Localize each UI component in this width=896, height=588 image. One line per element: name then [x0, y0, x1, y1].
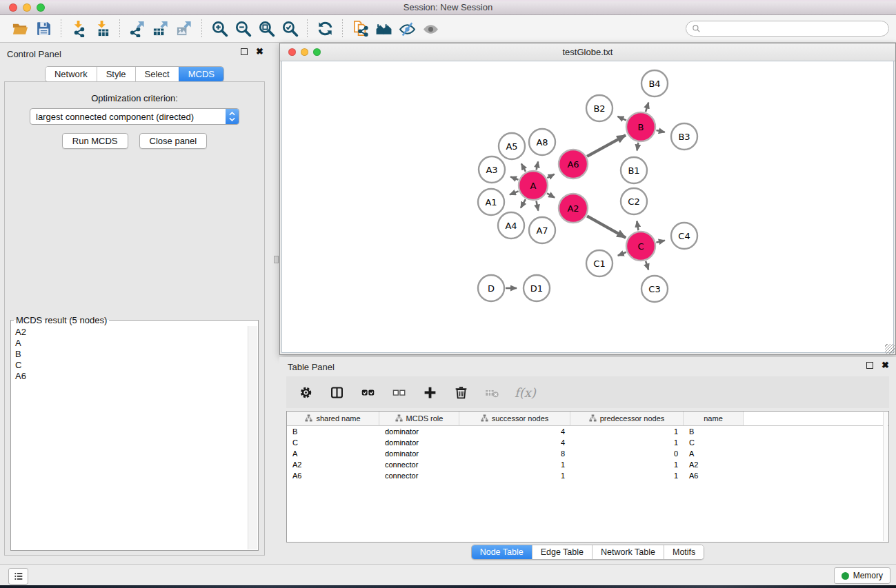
- task-history-button[interactable]: [8, 568, 28, 585]
- edge-C-C1[interactable]: [618, 252, 626, 256]
- table-cell[interactable]: 1: [570, 470, 684, 481]
- table-mode-button[interactable]: [297, 384, 314, 401]
- tab-network[interactable]: Network: [46, 67, 97, 81]
- zoom-in-button[interactable]: [208, 18, 231, 40]
- search-box[interactable]: [686, 21, 889, 37]
- graph-node-A4[interactable]: A4: [498, 212, 524, 239]
- new-network-from-selection-button[interactable]: [348, 18, 372, 40]
- graph-node-C1[interactable]: C1: [586, 250, 613, 276]
- table-cell[interactable]: connector: [379, 459, 459, 470]
- table-cell[interactable]: A6: [684, 470, 744, 481]
- close-panel-icon[interactable]: ✖: [256, 48, 263, 55]
- edge-B-B3[interactable]: [657, 130, 665, 132]
- graph-node-C2[interactable]: C2: [621, 188, 647, 214]
- edge-B-B4[interactable]: [646, 103, 648, 112]
- graph-node-B4[interactable]: B4: [641, 70, 668, 97]
- edge-A2-C[interactable]: [587, 216, 626, 238]
- column-header-mcds-role[interactable]: MCDS role: [379, 412, 459, 425]
- table-row[interactable]: Adominator80A: [287, 448, 888, 459]
- table-cell[interactable]: 1: [570, 426, 684, 437]
- table-row[interactable]: A2connector11A2: [287, 459, 888, 470]
- search-input[interactable]: [701, 24, 888, 34]
- result-item[interactable]: B: [12, 349, 248, 360]
- open-session-button[interactable]: [8, 18, 32, 40]
- show-graphics-details-button[interactable]: [419, 18, 442, 40]
- criterion-dropdown[interactable]: largest connected component (directed): [30, 108, 239, 125]
- zoom-selected-button[interactable]: [278, 18, 301, 40]
- graph-node-A6[interactable]: A6: [559, 150, 588, 179]
- zoom-fit-button[interactable]: [255, 18, 278, 40]
- graph-node-A3[interactable]: A3: [479, 156, 505, 183]
- edge-B-B1[interactable]: [637, 143, 639, 151]
- table-cell[interactable]: A: [684, 448, 744, 459]
- edge-A-A4[interactable]: [521, 199, 526, 208]
- table-cell[interactable]: A2: [287, 459, 379, 470]
- table-cell[interactable]: A6: [287, 470, 379, 481]
- edge-A6-B[interactable]: [587, 135, 626, 156]
- export-network-button[interactable]: [126, 18, 149, 40]
- table-cell[interactable]: 1: [459, 459, 570, 470]
- table-cell[interactable]: A: [287, 448, 379, 459]
- result-item[interactable]: A2: [12, 327, 248, 338]
- edge-A-A2[interactable]: [547, 193, 555, 197]
- deselect-all-rows-button[interactable]: [390, 384, 407, 401]
- import-table-button[interactable]: [90, 18, 114, 40]
- result-item[interactable]: C: [12, 360, 248, 371]
- table-cell[interactable]: 8: [459, 448, 570, 459]
- table-cell[interactable]: 0: [570, 448, 684, 459]
- show-columns-button[interactable]: [328, 384, 345, 401]
- tab-select[interactable]: Select: [135, 67, 179, 81]
- table-cell[interactable]: A2: [684, 459, 744, 470]
- network-navigator-button[interactable]: [372, 18, 395, 40]
- tab-edge-table[interactable]: Edge Table: [532, 545, 592, 559]
- tab-network-table[interactable]: Network Table: [592, 545, 664, 559]
- graph-node-A2[interactable]: A2: [559, 194, 588, 223]
- table-cell[interactable]: 4: [459, 437, 570, 448]
- graph-node-B1[interactable]: B1: [621, 157, 647, 183]
- table-cell[interactable]: dominator: [379, 426, 459, 437]
- table-cell[interactable]: 1: [570, 437, 684, 448]
- close-table-panel-icon[interactable]: ✖: [882, 362, 889, 369]
- table-cell[interactable]: connector: [379, 470, 459, 481]
- column-header-successor-nodes[interactable]: successor nodes: [459, 412, 570, 425]
- graph-node-D[interactable]: D: [478, 275, 504, 301]
- table-scrollbar[interactable]: [883, 412, 888, 541]
- create-column-button[interactable]: [421, 384, 438, 401]
- graph-node-B2[interactable]: B2: [586, 95, 613, 121]
- column-header-shared-name[interactable]: shared name: [287, 412, 379, 425]
- save-session-button[interactable]: [32, 18, 55, 40]
- export-table-button[interactable]: [149, 18, 172, 40]
- result-scrollbar[interactable]: [248, 326, 257, 549]
- window-resize-grip[interactable]: [885, 344, 895, 354]
- edge-B-B2[interactable]: [617, 116, 626, 121]
- tab-motifs[interactable]: Motifs: [664, 545, 704, 559]
- table-cell[interactable]: B: [684, 426, 744, 437]
- edge-A-A3[interactable]: [510, 176, 518, 179]
- node-table[interactable]: shared nameMCDS rolesuccessor nodesprede…: [286, 411, 889, 543]
- graph-node-A1[interactable]: A1: [478, 189, 504, 215]
- table-cell[interactable]: B: [287, 426, 379, 437]
- tab-mcds[interactable]: MCDS: [179, 67, 223, 81]
- graph-node-B[interactable]: B: [626, 112, 655, 141]
- column-header-predecessor-nodes[interactable]: predecessor nodes: [570, 412, 684, 425]
- graph-node-C[interactable]: C: [626, 232, 655, 261]
- edge-A-A5[interactable]: [521, 164, 526, 172]
- edge-C-C3[interactable]: [646, 261, 648, 270]
- float-panel-icon[interactable]: [241, 48, 248, 55]
- tab-node-table[interactable]: Node Table: [472, 545, 532, 559]
- edge-A-A6[interactable]: [547, 174, 554, 179]
- refresh-layout-button[interactable]: [313, 18, 337, 40]
- graph-node-C4[interactable]: C4: [671, 223, 697, 249]
- table-cell[interactable]: C: [287, 437, 379, 448]
- select-all-rows-button[interactable]: [359, 384, 376, 401]
- table-cell[interactable]: dominator: [379, 437, 459, 448]
- column-header-name[interactable]: name: [684, 412, 744, 425]
- graph-node-B3[interactable]: B3: [671, 123, 697, 150]
- table-cell[interactable]: C: [684, 437, 744, 448]
- graph-node-A5[interactable]: A5: [499, 133, 525, 159]
- delete-columns-button[interactable]: [452, 384, 469, 401]
- split-divider-grip[interactable]: [274, 256, 279, 263]
- import-network-button[interactable]: [67, 18, 90, 40]
- graph-node-D1[interactable]: D1: [524, 275, 550, 301]
- graph-node-A7[interactable]: A7: [529, 217, 555, 243]
